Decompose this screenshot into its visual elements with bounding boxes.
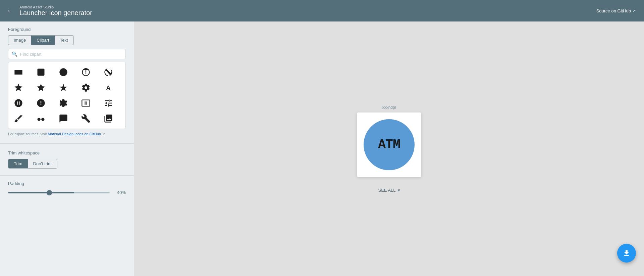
clipart-item[interactable] bbox=[78, 80, 93, 95]
main-layout: Foreground Image Clipart Text 🔍 bbox=[0, 21, 644, 276]
svg-point-1 bbox=[59, 68, 67, 76]
clipart-item[interactable] bbox=[101, 96, 116, 110]
clipart-grid: A bbox=[8, 62, 125, 129]
preview-card: ATM bbox=[357, 112, 421, 177]
clipart-item[interactable] bbox=[78, 111, 93, 126]
app-header: ← Android Asset Studio Launcher icon gen… bbox=[0, 0, 644, 21]
svg-point-4 bbox=[41, 118, 44, 121]
clipart-search-container: 🔍 bbox=[8, 49, 126, 59]
divider bbox=[0, 143, 134, 144]
icon-preview-circle: ATM bbox=[364, 119, 415, 170]
svg-point-3 bbox=[38, 118, 41, 121]
foreground-section: Foreground Image Clipart Text 🔍 bbox=[0, 21, 134, 142]
see-all-button[interactable]: SEE ALL ▾ bbox=[378, 188, 400, 193]
clipart-item[interactable] bbox=[11, 65, 26, 80]
external-link-icon: ↗ bbox=[632, 8, 636, 13]
clipart-search-input[interactable] bbox=[20, 52, 122, 57]
clipart-item[interactable] bbox=[78, 65, 93, 80]
slider-row: 40% bbox=[8, 190, 126, 195]
foreground-label: Foreground bbox=[8, 27, 126, 32]
clipart-item[interactable] bbox=[34, 80, 48, 95]
tab-clipart[interactable]: Clipart bbox=[31, 36, 55, 45]
trim-label: Trim whitespace bbox=[8, 150, 126, 155]
clipart-item[interactable] bbox=[11, 80, 26, 95]
density-label: xxxhdpi bbox=[382, 105, 396, 110]
icon-text: ATM bbox=[378, 137, 400, 152]
clipart-grid-wrapper: A bbox=[8, 62, 126, 129]
material-icons-link[interactable]: Material Design Icons on GitHub bbox=[48, 132, 101, 136]
external-icon-small: ↗ bbox=[102, 132, 105, 136]
source-link-text: Source on GitHub bbox=[596, 8, 631, 13]
clipart-item[interactable] bbox=[56, 65, 71, 80]
dont-trim-button[interactable]: Don't trim bbox=[28, 159, 57, 168]
trim-section: Trim whitespace Trim Don't trim bbox=[0, 145, 134, 174]
clipart-item[interactable] bbox=[34, 111, 48, 126]
download-icon bbox=[623, 249, 631, 257]
trim-button-group: Trim Don't trim bbox=[8, 159, 57, 169]
source-link[interactable]: Source on GitHub ↗ bbox=[596, 8, 636, 13]
padding-value: 40% bbox=[114, 190, 126, 195]
app-subtitle: Android Asset Studio bbox=[19, 5, 92, 9]
see-all-label: SEE ALL bbox=[378, 188, 395, 193]
clipart-item[interactable] bbox=[101, 65, 116, 80]
divider-2 bbox=[0, 175, 134, 176]
preview-area: xxxhdpi ATM bbox=[357, 105, 421, 177]
clipart-item[interactable] bbox=[34, 96, 48, 110]
clipart-item[interactable] bbox=[78, 96, 93, 110]
download-fab[interactable] bbox=[617, 244, 636, 263]
chevron-down-icon: ▾ bbox=[398, 188, 400, 193]
clipart-item[interactable] bbox=[56, 111, 71, 126]
preview-content: xxxhdpi ATM SEE ALL ▾ bbox=[134, 21, 644, 276]
clipart-item[interactable] bbox=[11, 96, 26, 110]
clipart-item[interactable]: A bbox=[101, 80, 116, 95]
clipart-item[interactable] bbox=[56, 96, 71, 110]
clipart-item[interactable] bbox=[101, 111, 116, 126]
padding-label: Padding bbox=[8, 181, 126, 186]
sidebar: Foreground Image Clipart Text 🔍 bbox=[0, 21, 134, 276]
tab-image[interactable]: Image bbox=[8, 36, 31, 45]
svg-text:A: A bbox=[106, 84, 110, 91]
padding-section: Padding 40% bbox=[0, 177, 134, 200]
padding-slider[interactable] bbox=[8, 192, 110, 193]
foreground-tab-group: Image Clipart Text bbox=[8, 35, 74, 45]
tab-text[interactable]: Text bbox=[55, 36, 73, 45]
page-title: Launcher icon generator bbox=[19, 9, 92, 17]
clipart-item[interactable] bbox=[34, 65, 48, 80]
search-icon: 🔍 bbox=[12, 51, 17, 57]
clipart-item[interactable] bbox=[11, 111, 26, 126]
clipart-item[interactable] bbox=[56, 80, 71, 95]
svg-rect-0 bbox=[38, 69, 45, 76]
clipart-note: For clipart sources, visit Material Desi… bbox=[8, 129, 126, 137]
trim-button[interactable]: Trim bbox=[8, 159, 28, 168]
back-button[interactable]: ← bbox=[7, 7, 14, 14]
